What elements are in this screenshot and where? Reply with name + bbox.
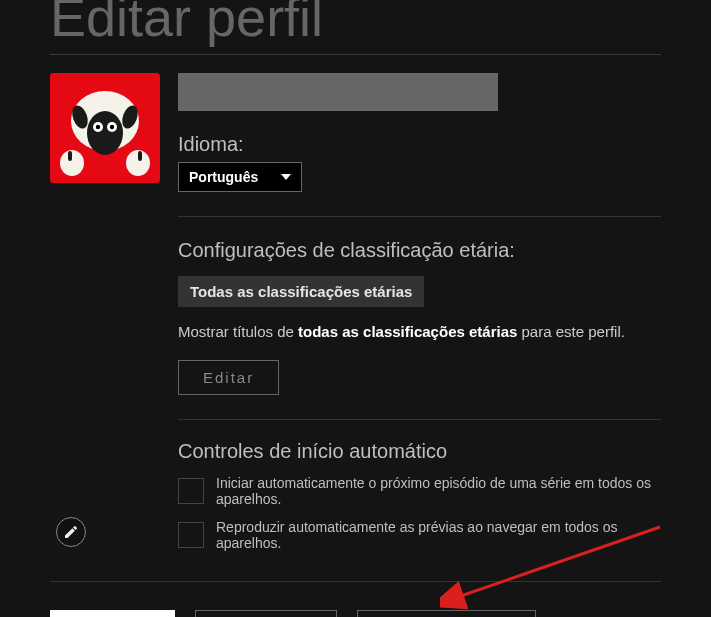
divider-section-2 xyxy=(178,419,661,420)
divider-footer xyxy=(50,581,661,582)
svg-rect-12 xyxy=(68,151,72,161)
language-label: Idioma: xyxy=(178,133,661,156)
edit-maturity-button[interactable]: Editar xyxy=(178,360,279,395)
divider-section-1 xyxy=(178,216,661,217)
svg-point-3 xyxy=(87,111,123,155)
language-selected-value: Português xyxy=(189,169,258,185)
save-button[interactable]: Salvar xyxy=(50,610,175,617)
maturity-text-suffix: para este perfil. xyxy=(517,323,625,340)
maturity-description: Mostrar títulos de todas as classificaçõ… xyxy=(178,323,661,340)
maturity-text-prefix: Mostrar títulos de xyxy=(178,323,298,340)
delete-profile-button[interactable]: Excluir perfil xyxy=(357,610,536,617)
maturity-badge: Todas as classificações etárias xyxy=(178,276,424,307)
profile-avatar[interactable] xyxy=(50,73,160,183)
cancel-button[interactable]: Cancelar xyxy=(195,610,337,617)
edit-avatar-button[interactable] xyxy=(56,517,86,547)
autoplay-next-episode-label: Iniciar automaticamente o próximo episód… xyxy=(216,475,661,507)
autoplay-next-episode-checkbox[interactable] xyxy=(178,478,204,504)
avatar-sheep-icon xyxy=(50,73,160,183)
chevron-down-icon xyxy=(281,174,291,180)
maturity-text-bold: todas as classificações etárias xyxy=(298,323,517,340)
maturity-heading: Configurações de classificação etária: xyxy=(178,239,661,262)
profile-name-input[interactable] xyxy=(178,73,498,111)
svg-point-7 xyxy=(110,125,114,129)
svg-point-6 xyxy=(96,125,100,129)
autoplay-heading: Controles de início automático xyxy=(178,440,661,463)
language-select[interactable]: Português xyxy=(178,162,302,192)
autoplay-previews-label: Reproduzir automaticamente as prévias ao… xyxy=(216,519,661,551)
svg-rect-13 xyxy=(138,151,142,161)
autoplay-previews-checkbox[interactable] xyxy=(178,522,204,548)
page-title: Editar perfil xyxy=(50,0,661,48)
pencil-icon xyxy=(63,524,79,540)
divider-main xyxy=(50,54,661,55)
